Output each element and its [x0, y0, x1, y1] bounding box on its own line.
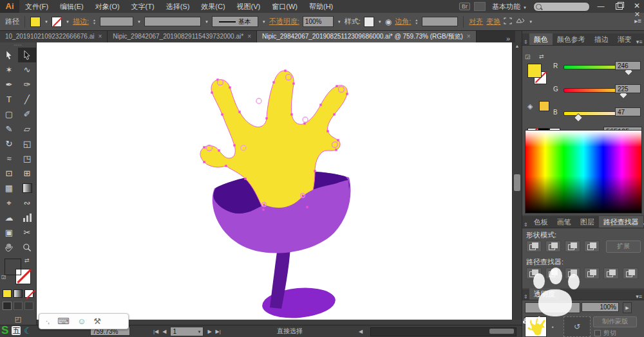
tab-color[interactable]: 颜色 [529, 33, 553, 45]
lasso-tool[interactable]: ∿ [18, 62, 36, 77]
line-segment-tool[interactable]: ╱ [18, 92, 36, 107]
tab-layers[interactable]: 图层 [576, 216, 599, 228]
artboard-number-field[interactable]: 1▼ [170, 327, 204, 336]
free-transform-tool[interactable]: ◳ [18, 151, 36, 166]
document-tab-2[interactable]: Nipic_29842067_20190825112309686000.ai* … [257, 31, 477, 42]
clip-checkbox[interactable]: 剪切 [594, 329, 616, 337]
pathfinder-minus-back-button[interactable] [623, 268, 638, 279]
tab-close-icon[interactable]: × [98, 31, 102, 42]
web-safe-cube-icon[interactable]: ◈ [527, 102, 533, 111]
stroke-weight-label[interactable]: 描边: [73, 17, 89, 26]
direct-selection-tool[interactable] [18, 48, 36, 62]
ime-logo-icon[interactable]: ·, [46, 318, 50, 325]
menu-4[interactable]: 选择(S) [160, 0, 196, 13]
color-mode-button[interactable] [3, 289, 12, 298]
corner-label[interactable]: 边角: [395, 17, 411, 26]
menu-2[interactable]: 对象(O) [90, 0, 126, 13]
pen-tool[interactable]: ✒ [0, 77, 18, 92]
menu-5[interactable]: 效果(C) [195, 0, 231, 13]
mask-thumbnail-placeholder[interactable]: ↺ [564, 316, 591, 337]
gradient-tool[interactable] [18, 181, 36, 196]
prev-artboard-icon[interactable]: ◀ [162, 327, 166, 336]
artboard-tool[interactable]: ▣ [0, 225, 18, 240]
tab-brushes[interactable]: 画笔 [553, 216, 576, 228]
tab-close-icon[interactable]: × [467, 31, 471, 42]
isolate-selected-icon[interactable] [504, 17, 512, 26]
keyboard-icon[interactable]: ⌨ [57, 316, 70, 326]
draw-normal-button[interactable] [3, 302, 12, 310]
moon-icon[interactable]: ☾ [24, 325, 32, 336]
recolor-artwork-icon[interactable]: ◉ [385, 17, 392, 26]
draw-inside-button[interactable] [24, 302, 33, 310]
shape-mode-exclude-button[interactable] [584, 241, 600, 252]
value-G[interactable]: 225 [615, 84, 641, 93]
shape-mode-intersect-button[interactable] [565, 241, 580, 252]
fill-proxy[interactable] [527, 64, 542, 78]
horizontal-scrollbar[interactable] [370, 327, 516, 336]
next-artboard-icon[interactable]: ▶ [207, 327, 211, 336]
menu-3[interactable]: 文字(T) [126, 0, 160, 13]
shape-builder-tool[interactable]: ⊡ [0, 166, 18, 181]
tab-swatches[interactable]: 色板 [529, 216, 553, 228]
paintbrush-tool[interactable]: ✐ [18, 107, 36, 122]
scale-tool[interactable]: ◱ [18, 136, 36, 151]
type-tool[interactable]: T [0, 92, 18, 107]
arrange-documents-icon[interactable] [474, 2, 486, 11]
canvas-artboard[interactable] [37, 42, 512, 320]
magic-wand-tool[interactable]: ✶ [0, 62, 18, 77]
pencil-tool[interactable]: ✎ [0, 122, 18, 136]
panel-collapse-arrows-icon[interactable]: ⇕ [522, 294, 529, 300]
shape-mode-unite-button[interactable] [526, 241, 542, 252]
in-gamut-swatch[interactable] [539, 101, 549, 111]
rotate-tool[interactable]: ↻ [0, 136, 18, 151]
wubi-icon[interactable]: 五 [12, 326, 21, 335]
first-artboard-icon[interactable]: |◀ [153, 327, 158, 336]
corner-stepper[interactable]: ▲▼ [415, 19, 418, 25]
scroll-left-icon[interactable]: ◀ [359, 327, 363, 336]
value-B[interactable]: 47 [615, 107, 641, 116]
selection-tool[interactable] [0, 48, 18, 62]
restore-button[interactable] [612, 1, 626, 12]
draw-behind-button[interactable] [14, 302, 23, 310]
menu-1[interactable]: 编辑(E) [54, 0, 90, 13]
panel-menu-icon[interactable]: ▾≡ [636, 293, 644, 300]
transform-link[interactable]: 变换 [486, 17, 500, 26]
user-icon[interactable]: ☺ [77, 316, 86, 326]
corner-value-field[interactable] [422, 17, 458, 26]
last-artboard-icon[interactable]: ▶| [216, 327, 221, 336]
menu-8[interactable]: 帮助(H) [303, 0, 339, 13]
slice-tool[interactable]: ✂ [18, 225, 36, 240]
eraser-tool[interactable]: ▱ [18, 122, 36, 136]
vertical-scrollbar[interactable]: ▲ [512, 42, 522, 320]
menu-0[interactable]: 文件(F) [19, 0, 54, 13]
width-tool[interactable]: ≈ [0, 151, 18, 166]
swap-fill-stroke-icon[interactable]: ⇄ [24, 257, 30, 264]
workspace-switcher[interactable]: 基本功能 ▼ [489, 2, 529, 12]
wrench-icon[interactable]: ⚒ [93, 316, 101, 326]
shape-mode-minus-front-button[interactable] [545, 241, 561, 252]
fill-proxy-swatch[interactable] [5, 259, 21, 275]
swap-colors-icon[interactable]: ⇄ [539, 53, 544, 60]
make-mask-button[interactable]: 制作蒙版 [593, 316, 637, 327]
reverse-icon[interactable]: ◲ [525, 53, 531, 60]
horizontal-scroll-thumb[interactable] [489, 329, 514, 334]
opacity-arrow-icon[interactable]: ▶ [623, 302, 632, 313]
select-similar-icon[interactable] [515, 17, 525, 26]
expand-button[interactable]: 扩展 [606, 241, 641, 253]
brush-definition-dropdown[interactable] [144, 17, 201, 26]
column-graph-tool[interactable] [18, 210, 36, 225]
opacity-value[interactable]: 100% [303, 16, 334, 27]
symbol-sprayer-tool[interactable]: ☁ [0, 210, 18, 225]
panel-collapse-arrows-icon[interactable]: ⇕ [522, 222, 529, 228]
search-input[interactable] [533, 2, 590, 12]
rectangle-tool[interactable]: ▢ [0, 107, 18, 122]
zoom-tool[interactable] [18, 240, 36, 255]
tab-close-icon[interactable]: × [247, 31, 251, 42]
minimize-button[interactable]: — [594, 1, 608, 12]
bridge-icon[interactable]: Br [459, 3, 470, 10]
tab-pathfinder[interactable]: 路径查找器 [599, 216, 643, 228]
blend-tool[interactable]: ∾ [18, 196, 36, 210]
hand-tool[interactable] [0, 240, 18, 255]
toolbar-grip[interactable]: ▪▪▪▪ [0, 42, 36, 48]
gradient-mode-button[interactable] [14, 289, 23, 298]
